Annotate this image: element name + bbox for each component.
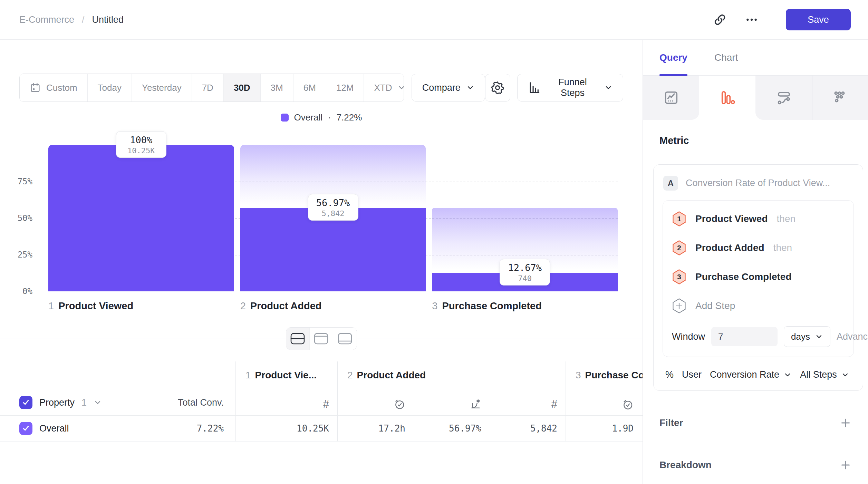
add-step-hexagon-icon [672,298,686,314]
layout-table-only-button[interactable] [333,328,357,350]
date-preset-label: 12M [336,83,354,93]
date-preset-6m[interactable]: 6M [293,74,326,101]
breadcrumb-title[interactable]: Untitled [92,14,124,25]
column-number: 1 [245,370,251,381]
x-axis-labels: 1 Product Viewed 2 Product Added 3 Purch… [48,300,618,312]
check-icon [22,424,30,433]
table-row-overall-step3: 1.9D [566,415,643,442]
chevron-down-icon [604,84,613,92]
legend-series: Overall [294,112,322,123]
date-preset-30d[interactable]: 30D [224,74,261,101]
add-breakdown-button[interactable] [840,459,851,471]
step-event-name: Purchase Completed [695,271,792,282]
chart-type-insights[interactable] [643,76,699,120]
layout-chart-only-button[interactable] [310,328,333,350]
breadcrumb-workspace[interactable]: E-Commerce [19,14,74,25]
advanced-toggle[interactable]: Advanced [837,331,868,342]
time-to-convert-icon [394,398,405,410]
breakdown-heading: Breakdown [659,459,712,471]
window-value-input[interactable] [711,327,778,346]
percent-symbol: % [665,369,674,380]
step-number-badge: 1 [672,211,686,227]
property-index: 1 [81,397,87,408]
step-connector: then [777,213,796,224]
date-preset-custom[interactable]: Custom [20,74,88,101]
check-icon [22,398,30,407]
layout-split-button[interactable] [286,328,310,350]
date-preset-7d[interactable]: 7D [192,74,224,101]
chart-settings-button[interactable] [485,74,510,101]
count-icon: # [323,398,329,410]
funnel-step-row-1[interactable]: 1 Product Viewed then [672,211,845,227]
chart-type-flow[interactable] [755,76,812,120]
date-preset-label: 3M [271,83,283,93]
topbar-divider [774,12,774,28]
compare-button[interactable]: Compare [412,74,485,101]
tab-chart[interactable]: Chart [714,40,738,75]
total-conv-value: 7.22% [197,423,224,434]
add-filter-button[interactable] [840,417,851,429]
entity-selector[interactable]: User [682,369,702,380]
date-preset-3m[interactable]: 3M [261,74,293,101]
funnel-bar-purchase-completed[interactable]: 12.67% 740 [432,145,618,291]
funnel-bar-product-added[interactable]: 56.97% 5,842 [240,145,426,291]
table-header-step2: 2 Product Added [337,361,566,415]
badge-percent: 12.67% [506,262,543,273]
more-options-button[interactable] [741,10,762,29]
window-unit-select[interactable]: days [784,326,830,347]
step-name: Purchase Completed [442,300,541,312]
metric-header[interactable]: A Conversion Rate of Product View... [663,174,854,191]
add-step-label: Add Step [695,300,735,311]
date-preset-xtd[interactable]: XTD [364,74,404,101]
badge-percent: 56.97% [315,197,352,208]
date-preset-yesterday[interactable]: Yesterday [132,74,192,101]
subcolumn-icons [566,399,643,415]
breadcrumb-separator: / [82,14,85,25]
date-preset-today[interactable]: Today [88,74,132,101]
date-preset-label: XTD [374,83,392,93]
app-window: E-Commerce / Untitled Save [0,0,868,484]
bar-segment [48,145,234,291]
gear-icon [490,80,505,95]
funnel-step-row-3[interactable]: 3 Purchase Completed [672,269,845,285]
steps-card: 1 Product Viewed then 2 Product Added th… [663,200,854,357]
step2-time: 17.2h [378,423,405,434]
chart-type-frequency[interactable] [812,76,868,120]
save-button[interactable]: Save [786,9,851,30]
query-panel: Query Chart [643,40,868,484]
property-label[interactable]: Property [39,397,75,408]
column-title: 1 Product Vie... [236,361,337,381]
add-step-button[interactable]: Add Step [672,298,845,314]
share-link-button[interactable] [710,10,730,29]
row-checkbox[interactable] [19,422,32,435]
chevron-down-icon [841,371,849,379]
metric-selector-label: Conversion Rate [710,369,779,380]
date-preset-12m[interactable]: 12M [326,74,364,101]
funnel-step-row-2[interactable]: 2 Product Added then [672,240,845,256]
chevron-down-icon[interactable] [94,398,102,407]
chevron-down-icon [466,84,474,92]
step-number-badge: 2 [672,240,686,256]
metric-selector[interactable]: Conversion Rate [710,369,792,380]
compare-label: Compare [422,83,461,93]
chart-type-funnel[interactable] [699,76,755,120]
subcolumn-icons: # [338,398,566,415]
select-all-checkbox[interactable] [19,396,32,409]
funnel-bar-product-viewed[interactable]: 100% 10.25K [48,145,234,291]
step-number-text: 1 [677,215,681,223]
chart-toolbar: Custom Today Yesterday 7D 30D 3M 6M 12M … [19,74,623,102]
y-axis: 75% 50% 25% 0% [0,145,40,291]
chart-type-button[interactable]: Funnel Steps [517,74,623,101]
step-label-1: 1 Product Viewed [48,300,234,312]
metric-heading: Metric [659,135,851,146]
insights-chart-icon [663,90,679,106]
window-label: Window [672,331,705,342]
conversion-badge: 100% 10.25K [116,131,166,158]
chart-legend[interactable]: Overall · 7.22% [0,112,643,123]
scope-selector[interactable]: All Steps [800,369,849,380]
table-row-overall-lead[interactable]: Overall 7.22% [0,415,235,442]
tab-query[interactable]: Query [659,40,687,75]
badge-count: 740 [506,274,543,283]
step2-count: 5,842 [530,423,557,434]
date-preset-label: Custom [46,83,77,93]
